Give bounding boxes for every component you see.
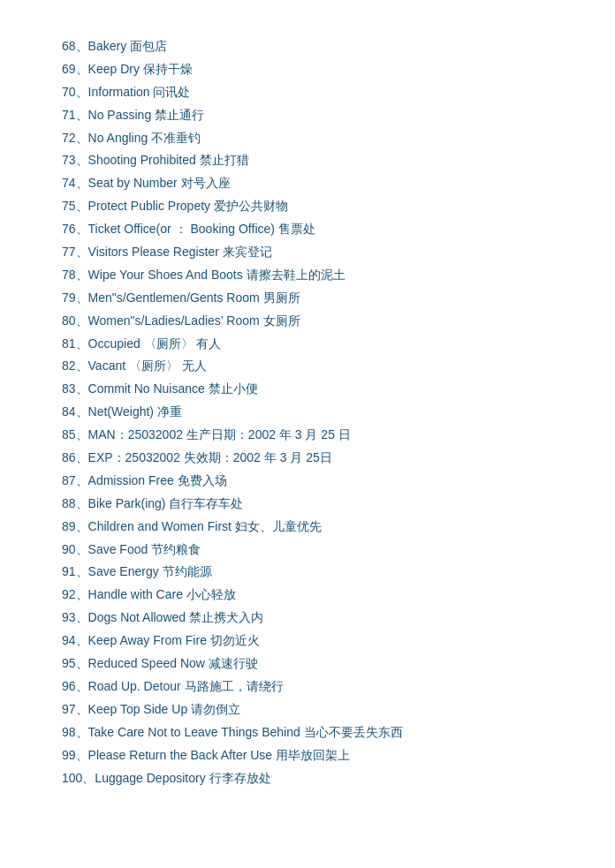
list-item: 81、Occupied 〈厕所〉 有人 [62,333,553,356]
list-item: 74、Seat by Number 对号入座 [62,172,553,195]
list-item: 86、EXP：25032002 失效期：2002 年 3 月 25日 [62,447,553,470]
list-item: 73、Shooting Prohibited 禁止打猎 [62,149,553,172]
list-item: 87、Admission Free 免费入场 [62,470,553,493]
list-item: 97、Keep Top Side Up 请勿倒立 [62,698,553,721]
list-item: 89、Children and Women First 妇女、儿童优先 [62,516,553,539]
list-item: 76、Ticket Office(or ： Booking Office) 售票… [62,218,553,241]
list-item: 98、Take Care Not to Leave Things Behind … [62,721,553,744]
list-item: 70、Information 问讯处 [62,81,553,104]
list-item: 79、Men"s/Gentlemen/Gents Room 男厕所 [62,287,553,310]
list-item: 68、Bakery 面包店 [62,35,553,58]
list-item: 90、Save Food 节约粮食 [62,539,553,562]
list-item: 77、Visitors Please Register 来宾登记 [62,241,553,264]
list-item: 72、No Angling 不准垂钓 [62,127,553,150]
main-content: 68、Bakery 面包店69、Keep Dry 保持干燥70、Informat… [0,0,615,825]
list-item: 83、Commit No Nuisance 禁止小便 [62,378,553,401]
list-item: 94、Keep Away From Fire 切勿近火 [62,630,553,653]
list-item: 78、Wipe Your Shoes And Boots 请擦去鞋上的泥土 [62,264,553,287]
list-item: 100、Luggage Depository 行李存放处 [62,767,553,790]
list-item: 71、No Passing 禁止通行 [62,104,553,127]
list-item: 85、MAN：25032002 生产日期：2002 年 3 月 25 日 [62,424,553,447]
list-item: 99、Please Return the Back After Use 用毕放回… [62,744,553,767]
list-item: 82、Vacant 〈厕所〉 无人 [62,355,553,378]
list-item: 88、Bike Park(ing) 自行车存车处 [62,493,553,516]
list-item: 92、Handle with Care 小心轻放 [62,584,553,607]
list-item: 91、Save Energy 节约能源 [62,561,553,584]
list-item: 84、Net(Weight) 净重 [62,401,553,424]
list-item: 93、Dogs Not Allowed 禁止携犬入内 [62,607,553,630]
list-item: 80、Women"s/Ladies/Ladies’ Room 女厕所 [62,310,553,333]
list-item: 96、Road Up. Detour 马路施工，请绕行 [62,676,553,698]
list-item: 75、Protect Public Propety 爱护公共财物 [62,195,553,218]
items-list: 68、Bakery 面包店69、Keep Dry 保持干燥70、Informat… [62,35,553,789]
list-item: 95、Reduced Speed Now 减速行驶 [62,653,553,676]
list-item: 69、Keep Dry 保持干燥 [62,58,553,81]
